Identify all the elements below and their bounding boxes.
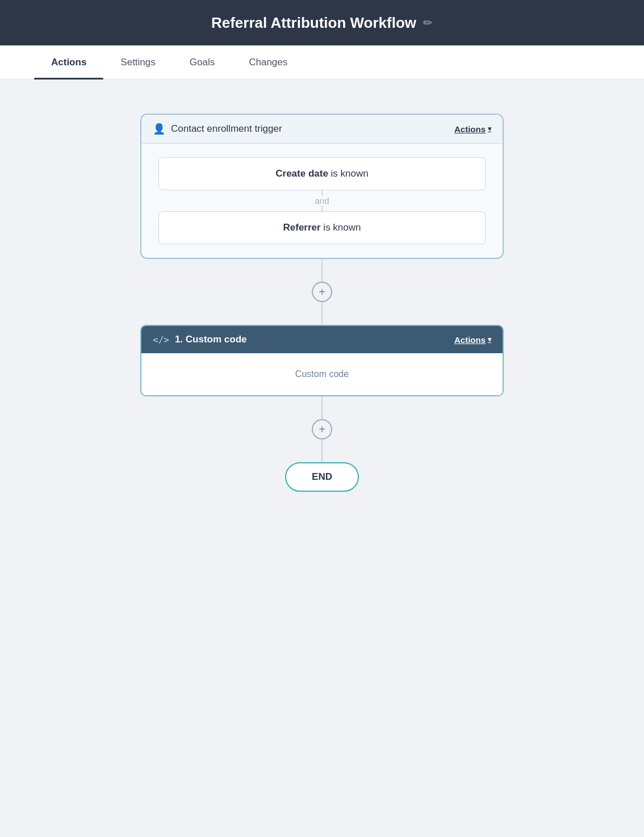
- workflow-canvas: 👤 Contact enrollment trigger Actions ▾ C…: [0, 79, 644, 526]
- condition-create-date[interactable]: Create date is known: [158, 157, 486, 190]
- action-label: 1. Custom code: [175, 334, 247, 345]
- trigger-dropdown-arrow: ▾: [488, 125, 491, 133]
- connector-line-4: [321, 440, 323, 462]
- action-body: Custom code: [141, 353, 503, 395]
- tab-changes[interactable]: Changes: [232, 45, 304, 79]
- trigger-header: 👤 Contact enrollment trigger Actions ▾: [141, 115, 503, 144]
- trigger-label: Contact enrollment trigger: [171, 123, 282, 135]
- add-step-button-1[interactable]: +: [312, 282, 332, 302]
- condition-referrer[interactable]: Referrer is known: [158, 211, 486, 244]
- trigger-body: Create date is known and Referrer is kno…: [141, 144, 503, 258]
- and-connector: and: [315, 190, 329, 211]
- code-icon: </>: [153, 334, 169, 345]
- end-button[interactable]: END: [285, 462, 359, 492]
- action-actions-button[interactable]: Actions ▾: [454, 335, 491, 345]
- page-header: Referral Attribution Workflow ✏: [0, 0, 644, 45]
- tab-settings[interactable]: Settings: [103, 45, 172, 79]
- trigger-card: 👤 Contact enrollment trigger Actions ▾ C…: [140, 114, 504, 259]
- tab-goals[interactable]: Goals: [173, 45, 232, 79]
- page-title: Referral Attribution Workflow: [211, 14, 416, 32]
- connector-line-1: [321, 259, 323, 282]
- nav-tabs: Actions Settings Goals Changes: [0, 45, 644, 79]
- action-card-custom-code: </> 1. Custom code Actions ▾ Custom code: [140, 325, 504, 396]
- connector-line-3: [321, 396, 323, 419]
- tab-actions[interactable]: Actions: [34, 45, 103, 79]
- person-icon: 👤: [153, 123, 165, 135]
- action-header: </> 1. Custom code Actions ▾: [141, 326, 503, 353]
- trigger-actions-button[interactable]: Actions ▾: [454, 124, 491, 134]
- action-dropdown-arrow: ▾: [488, 336, 491, 344]
- edit-icon[interactable]: ✏: [423, 16, 433, 30]
- connector-line-2: [321, 302, 323, 325]
- add-step-button-2[interactable]: +: [312, 419, 332, 440]
- action-body-text: Custom code: [295, 369, 349, 379]
